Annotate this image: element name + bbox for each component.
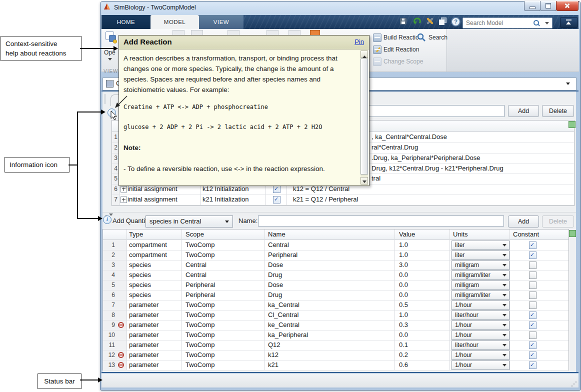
quantity-type-dropdown[interactable]: species in Central	[146, 216, 233, 228]
quantity-table-row[interactable]: 13parameterTwoCompk210.61/hour	[103, 360, 568, 370]
open-dropdown-chevron-icon[interactable]	[108, 58, 112, 62]
minimize-button[interactable]	[524, 1, 540, 11]
units-dropdown[interactable]: 1/hour	[452, 300, 510, 310]
quantity-table-row[interactable]: 10parameterTwoCompka_Peripheral0.01/hour	[103, 330, 568, 340]
constant-checkbox[interactable]	[529, 342, 536, 349]
expand-icon[interactable]	[120, 186, 127, 192]
cell-value[interactable]: 0.3	[399, 320, 408, 330]
tab-model[interactable]: MODEL	[150, 15, 199, 29]
quantity-table-row[interactable]: 2compartmentTwoCompPeripheral1.0liter	[103, 250, 568, 260]
combobox-chevron-icon[interactable]	[566, 82, 570, 87]
close-button[interactable]	[556, 1, 578, 11]
scroll-down-button[interactable]	[360, 177, 368, 184]
layout-windows-icon[interactable]	[439, 18, 446, 24]
cell-value[interactable]: 0.5	[399, 300, 408, 310]
column-header-type[interactable]: Type	[129, 230, 143, 240]
undo-icon[interactable]	[413, 16, 422, 26]
active-checkbox[interactable]	[273, 186, 280, 193]
search-model-input[interactable]	[465, 18, 537, 28]
cell-value[interactable]: 1.0	[399, 240, 408, 250]
units-dropdown[interactable]: liter	[452, 240, 510, 250]
column-header-name[interactable]: Name	[268, 230, 286, 240]
quantity-name-input[interactable]	[258, 216, 504, 226]
column-header-scope[interactable]: Scope	[186, 230, 204, 240]
quantity-table-row[interactable]: 7parameterTwoCompka_Central0.51/hour	[103, 300, 568, 310]
popup-scrollbar[interactable]	[360, 50, 368, 184]
constant-checkbox[interactable]	[529, 242, 536, 249]
constant-checkbox[interactable]	[529, 272, 536, 279]
active-checkbox[interactable]	[273, 196, 280, 204]
expand-icon[interactable]	[120, 196, 127, 203]
reaction-delete-button[interactable]: Delete	[542, 105, 574, 117]
scroll-thumb[interactable]	[360, 58, 368, 174]
reaction-add-button[interactable]: Add	[508, 105, 539, 117]
matlab-logo-icon	[103, 3, 111, 11]
collapse-toolstrip-button[interactable]	[560, 17, 578, 28]
quantity-table-row[interactable]: 5speciesPeripheralDose0.0milligram	[103, 280, 568, 290]
column-header-units[interactable]: Units	[453, 230, 468, 240]
open-model-icon[interactable]	[106, 32, 118, 46]
units-dropdown[interactable]: milligram	[452, 260, 510, 270]
units-dropdown[interactable]: 1/hour	[452, 330, 510, 340]
tab-home[interactable]: HOME	[102, 15, 150, 29]
build-reaction-button[interactable]: Build Reaction	[384, 34, 422, 41]
constant-checkbox[interactable]	[529, 362, 536, 369]
save-icon[interactable]	[400, 18, 406, 24]
edit-reaction-button[interactable]: Edit Reaction	[384, 46, 419, 53]
reaction-table-row[interactable]: 7initial assignmentk21 Initializationk21…	[112, 194, 574, 206]
cell-value[interactable]: 0.0	[399, 270, 408, 280]
column-header-constant[interactable]: Constant	[513, 230, 539, 240]
constant-checkbox[interactable]	[529, 312, 536, 319]
units-dropdown[interactable]: 1/hour	[452, 350, 510, 360]
constant-checkbox[interactable]	[529, 332, 536, 339]
search-options-chevron-icon[interactable]	[545, 22, 549, 26]
constant-checkbox[interactable]	[529, 292, 536, 299]
units-dropdown[interactable]: 1/hour	[452, 320, 510, 330]
resize-grip-icon[interactable]	[574, 384, 574, 384]
cell-value[interactable]: 0.0	[399, 290, 408, 300]
cell-value[interactable]: 0.0	[399, 280, 408, 290]
units-dropdown[interactable]: 1/hour	[452, 360, 510, 370]
constant-checkbox[interactable]	[529, 322, 536, 329]
units-dropdown[interactable]: milligram/liter	[452, 270, 510, 280]
constant-checkbox[interactable]	[529, 252, 536, 259]
units-dropdown[interactable]: milligram	[452, 280, 510, 290]
help-icon[interactable]: ?	[451, 17, 460, 26]
search-button[interactable]: Search	[428, 34, 448, 41]
units-dropdown[interactable]: liter/hour	[452, 340, 510, 350]
quantity-table-row[interactable]: 4speciesCentralDrug0.0milligram/liter	[103, 270, 568, 280]
quantity-info-icon[interactable]	[103, 216, 112, 224]
constant-checkbox[interactable]	[529, 282, 536, 289]
tab-view[interactable]: VIEW	[199, 15, 244, 29]
quantity-table-row[interactable]: 12parameterTwoCompk120.21/hour	[103, 350, 568, 360]
constant-checkbox[interactable]	[529, 302, 536, 309]
constant-checkbox[interactable]	[529, 262, 536, 269]
cell-value[interactable]: 1.0	[399, 310, 408, 320]
preferences-tools-icon[interactable]	[426, 17, 434, 25]
quantity-add-button[interactable]: Add	[508, 216, 539, 228]
quantity-table-row[interactable]: 6speciesPeripheralDrug0.0milligram/liter	[103, 290, 568, 300]
quantity-table-row[interactable]: 3speciesCentralDose3.0milligram	[103, 260, 568, 270]
scroll-up-button[interactable]	[360, 50, 368, 58]
panel-drag-handle[interactable]	[104, 94, 106, 104]
cell-value[interactable]: 0.1	[399, 340, 408, 350]
cell-value[interactable]: 0.2	[399, 350, 408, 360]
units-dropdown[interactable]: liter/hour	[452, 310, 510, 320]
quantity-table-row[interactable]: 1compartmentTwoCompCentral1.0liter	[103, 240, 568, 250]
quantity-table-row[interactable]: 11parameterTwoCompQ120.1liter/hour	[103, 340, 568, 350]
search-icon[interactable]	[534, 20, 539, 26]
units-dropdown[interactable]: liter	[452, 250, 510, 260]
toolstrip-empty-section	[446, 29, 579, 72]
quantity-table-row[interactable]: 9parameterTwoCompke_Central0.31/hour	[103, 320, 568, 330]
constant-checkbox[interactable]	[529, 352, 536, 359]
cell-value[interactable]: 3.0	[399, 260, 408, 270]
status-bar	[102, 374, 578, 388]
pin-link[interactable]: Pin	[354, 38, 364, 46]
column-header-value[interactable]: Value	[399, 230, 415, 240]
cell-value[interactable]: 1.0	[399, 250, 408, 260]
units-dropdown[interactable]: milligram/liter	[452, 290, 510, 300]
cell-value[interactable]: 0.6	[399, 360, 408, 370]
cell-value[interactable]: 0.0	[399, 330, 408, 340]
maximize-button[interactable]	[540, 1, 556, 11]
quantity-table-row[interactable]: 8parameterTwoCompCl_Central1.0liter/hour	[103, 310, 568, 320]
